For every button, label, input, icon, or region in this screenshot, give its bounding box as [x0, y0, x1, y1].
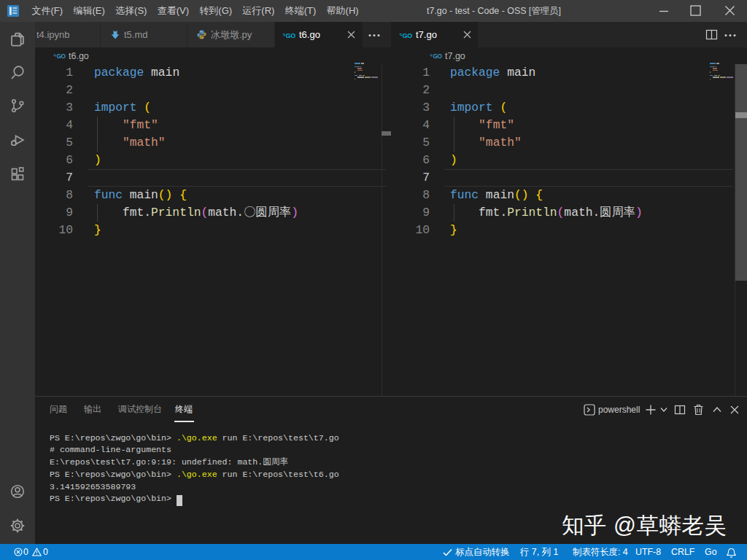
svg-text:GO: GO	[433, 52, 442, 60]
svg-text:GO: GO	[286, 31, 296, 39]
svg-text:GO: GO	[56, 52, 66, 60]
svg-text:GO: GO	[403, 31, 413, 39]
